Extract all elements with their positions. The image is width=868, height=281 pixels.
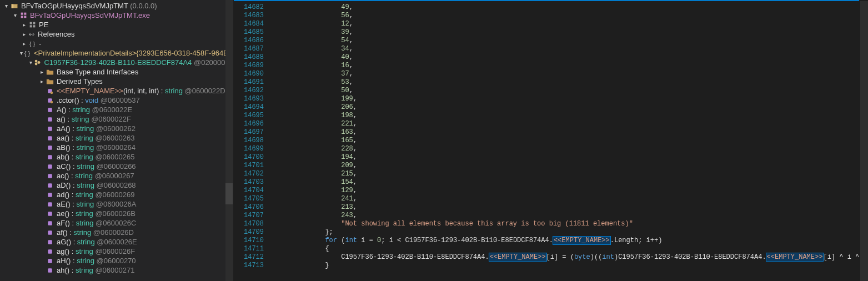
expander-icon[interactable]: ▾ bbox=[11, 12, 19, 19]
pe-icon bbox=[28, 21, 37, 29]
tree-label: aE() : string @0600026A bbox=[57, 200, 136, 208]
tree-label: aH() : string @06000270 bbox=[57, 257, 136, 265]
svg-rect-8 bbox=[29, 25, 32, 27]
method-icon bbox=[46, 96, 54, 105]
tree-node-method[interactable]: ▸ac() : string @06000267 bbox=[0, 171, 233, 180]
tree-node-method[interactable]: ▸aE() : string @0600026A bbox=[0, 199, 233, 209]
tree-node-derived[interactable]: ▸ Derived Types bbox=[0, 77, 233, 86]
tree-node-method[interactable]: ▸ae() : string @0600026B bbox=[0, 209, 233, 218]
namespace-icon: { } bbox=[23, 49, 32, 58]
namespace-icon: { } bbox=[28, 39, 37, 48]
expander-icon[interactable]: ▸ bbox=[38, 78, 46, 86]
method-icon bbox=[46, 172, 54, 180]
tree-node-method-cctor[interactable]: ▸ .cctor() : void @06000537 bbox=[0, 96, 233, 105]
tree-node-method[interactable]: ▸ab() : string @06000265 bbox=[0, 152, 233, 162]
tab-active-indicator bbox=[234, 0, 859, 1]
tree-node-class[interactable]: ▾ C1957F36-1293-402B-B110-E8EDDCF874A4 @… bbox=[0, 58, 233, 67]
tree-label: ab() : string @06000265 bbox=[57, 153, 134, 161]
method-icon bbox=[46, 257, 54, 265]
tree-node-method[interactable]: ▸A() : string @0600022E bbox=[0, 105, 233, 114]
method-icon bbox=[46, 143, 54, 152]
code-editor[interactable]: 1468214683146841468514686146871468814689… bbox=[234, 0, 868, 281]
expander-icon[interactable]: ▾ bbox=[29, 59, 33, 67]
svg-rect-30 bbox=[48, 230, 52, 235]
method-icon bbox=[46, 238, 54, 247]
tree-node-method[interactable]: ▸ag() : string @0600026F bbox=[0, 247, 233, 256]
method-icon bbox=[46, 247, 54, 256]
tree-node-method[interactable]: ▸aC() : string @06000266 bbox=[0, 162, 233, 171]
method-icon bbox=[46, 190, 54, 199]
tree-node-method[interactable]: ▸a() : string @0600022F bbox=[0, 114, 233, 124]
method-icon bbox=[46, 266, 54, 275]
tree-node-method[interactable]: ▸ah() : string @06000271 bbox=[0, 265, 233, 275]
tree-node-method[interactable]: ▸aD() : string @06000268 bbox=[0, 180, 233, 190]
method-icon bbox=[46, 219, 54, 228]
tree-node-method[interactable]: ▸aa() : string @06000263 bbox=[0, 133, 233, 143]
code-scrollbar-vertical[interactable] bbox=[860, 1, 868, 281]
svg-rect-22 bbox=[48, 155, 52, 159]
method-icon bbox=[46, 87, 54, 96]
tree-node-method[interactable]: ▸ad() : string @06000269 bbox=[0, 190, 233, 199]
tree-label: - bbox=[39, 39, 41, 48]
tree-label: PE bbox=[39, 21, 48, 29]
tree-scrollbar[interactable] bbox=[225, 0, 233, 281]
tree-node-method[interactable]: ▸aF() : string @0600026C bbox=[0, 218, 233, 228]
tree-node-module[interactable]: ▾ BFvTaOGpUHayyqsSdVMJpTMT.exe bbox=[0, 11, 233, 20]
tree-label: ah() : string @06000271 bbox=[57, 266, 134, 274]
svg-point-14 bbox=[51, 91, 53, 94]
tree-node-method[interactable]: ▸aG() : string @0600026E bbox=[0, 237, 233, 247]
module-icon bbox=[19, 11, 28, 20]
svg-rect-24 bbox=[48, 174, 52, 178]
tree-node-assembly[interactable]: ▾ BFvTaOGpUHayyqsSdVMJpTMT (0.0.0.0) bbox=[0, 1, 233, 11]
svg-rect-34 bbox=[48, 268, 52, 273]
tree-node-method[interactable]: ▸af() : string @0600026D bbox=[0, 228, 233, 237]
svg-rect-19 bbox=[48, 127, 52, 131]
expander-icon[interactable]: ▾ bbox=[2, 2, 10, 10]
tree-label: aB() : string @06000264 bbox=[57, 143, 136, 152]
tree-label: af() : string @0600026D bbox=[57, 228, 134, 237]
expander-icon[interactable]: ▸ bbox=[20, 31, 28, 38]
svg-rect-29 bbox=[48, 221, 52, 225]
svg-rect-3 bbox=[24, 13, 26, 15]
tree-node-namespace-empty[interactable]: ▸ { } - bbox=[0, 39, 233, 48]
tree-node-namespace-priv[interactable]: ▾ { } <PrivateImplementationDetails>{329… bbox=[0, 48, 233, 58]
tree-node-basetype[interactable]: ▸ Base Type and Interfaces bbox=[0, 67, 233, 77]
tree-label: Base Type and Interfaces bbox=[57, 68, 138, 76]
method-icon bbox=[46, 106, 54, 114]
tree-label: ad() : string @06000269 bbox=[57, 190, 134, 199]
svg-rect-32 bbox=[48, 249, 52, 254]
code-body[interactable]: 49, 56, 12, 39, 54, 34, 40, 16, 37, 53, … bbox=[270, 0, 868, 281]
tree-node-method[interactable]: ▸aH() : string @06000270 bbox=[0, 256, 233, 265]
svg-point-16 bbox=[51, 101, 53, 103]
method-icon bbox=[46, 124, 54, 133]
tree-label: References bbox=[38, 30, 74, 38]
tree-label: aG() : string @0600026E bbox=[57, 238, 137, 246]
method-icon bbox=[46, 115, 54, 124]
tree-node-method[interactable]: ▸aB() : string @06000264 bbox=[0, 143, 233, 152]
expander-icon[interactable]: ▸ bbox=[20, 40, 28, 48]
tree-label: A() : string @0600022E bbox=[57, 106, 132, 114]
tree-label: aC() : string @06000266 bbox=[57, 162, 136, 170]
tree-node-method[interactable]: ▸aA() : string @06000262 bbox=[0, 124, 233, 133]
tree-label: .cctor() : void @06000537 bbox=[57, 96, 140, 104]
svg-rect-9 bbox=[33, 25, 35, 27]
svg-rect-27 bbox=[48, 202, 52, 207]
svg-rect-6 bbox=[29, 22, 32, 24]
tree-label: aD() : string @06000268 bbox=[57, 181, 136, 189]
svg-rect-31 bbox=[48, 240, 52, 244]
svg-rect-28 bbox=[48, 212, 52, 216]
svg-rect-7 bbox=[33, 22, 35, 24]
tree-label: <<EMPTY_NAME>>(int, int, int) : string @… bbox=[57, 87, 225, 95]
tree-node-pe[interactable]: ▸ PE bbox=[0, 20, 233, 29]
tree-node-references[interactable]: ▸ References bbox=[0, 29, 233, 39]
tree-scrollbar-thumb[interactable] bbox=[225, 183, 233, 204]
tree-node-method-empty[interactable]: ▸ <<EMPTY_NAME>>(int, int, int) : string… bbox=[0, 86, 233, 96]
svg-point-10 bbox=[35, 60, 38, 63]
expander-icon[interactable]: ▸ bbox=[38, 68, 46, 76]
tree-label: ae() : string @0600026B bbox=[57, 209, 136, 218]
folder-icon bbox=[46, 68, 54, 77]
expander-icon[interactable]: ▸ bbox=[20, 21, 28, 29]
tree-label: a() : string @0600022F bbox=[57, 115, 131, 123]
references-icon bbox=[28, 30, 36, 39]
svg-point-12 bbox=[35, 63, 38, 66]
